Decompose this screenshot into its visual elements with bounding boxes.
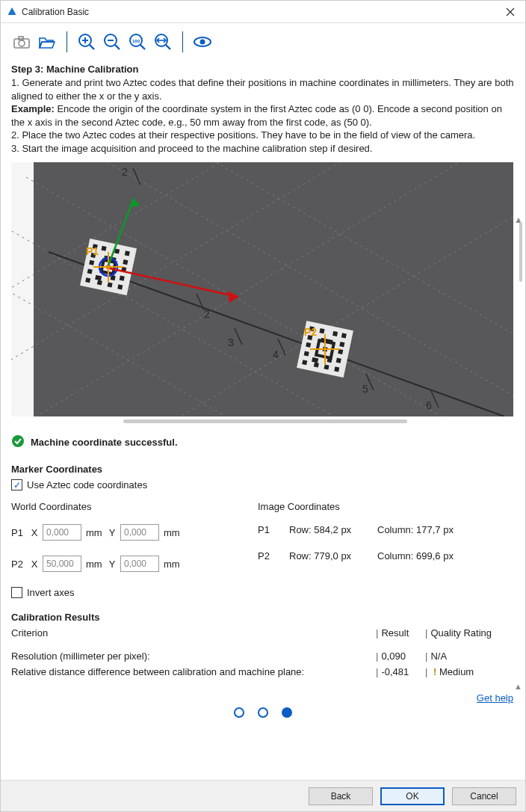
svg-point-96 (12, 435, 24, 447)
instruction-line-1: 1. Generate and print two Aztec codes th… (11, 76, 515, 102)
svg-rect-64 (108, 283, 113, 288)
p2-col-value: Column: 699,6 px (377, 550, 454, 562)
button-bar: Back OK Cancel (1, 780, 525, 811)
use-aztec-checkbox[interactable]: ✓ (11, 479, 22, 490)
toolbar-separator (182, 31, 183, 52)
eye-icon[interactable] (192, 31, 213, 52)
unit-label: mm (164, 559, 182, 570)
criterion-cell: Relative distance difference between cal… (11, 666, 376, 677)
window-title: Calibration Basic (22, 7, 500, 17)
svg-text:2: 2 (122, 166, 128, 178)
svg-text:6: 6 (426, 399, 432, 411)
example-text: Encode the origin of the coordinate syst… (11, 103, 502, 128)
svg-rect-88 (327, 357, 332, 363)
titlebar: Calibration Basic (1, 1, 525, 23)
p1-row-value: Row: 584,2 px (289, 524, 364, 535)
p1-world-row: P1 X mm Y mm (11, 524, 220, 541)
svg-text:2: 2 (204, 308, 210, 320)
results-header-result: |Result (376, 627, 425, 639)
zoom-out-icon[interactable] (102, 31, 123, 52)
svg-rect-21 (11, 162, 34, 416)
zoom-fit-icon[interactable] (152, 31, 173, 52)
quality-cell: |N/A (425, 650, 515, 662)
ok-button[interactable]: OK (380, 787, 445, 805)
step-dot-1[interactable] (234, 707, 244, 718)
p1-label: P1 (86, 245, 99, 257)
zoom-100-icon[interactable]: 100 (127, 31, 148, 52)
p1-col-value: Column: 177,7 px (377, 524, 454, 535)
svg-rect-92 (324, 365, 329, 370)
svg-point-20 (200, 40, 205, 45)
svg-rect-62 (85, 277, 90, 283)
app-icon (7, 5, 17, 18)
folder-open-icon[interactable] (37, 31, 58, 52)
svg-rect-76 (319, 328, 324, 333)
svg-line-17 (166, 45, 170, 49)
world-coords-title: World Coordinates (11, 501, 220, 512)
p1-label: P1 (11, 527, 26, 538)
camera-icon[interactable] (11, 31, 32, 52)
vertical-scrollbar[interactable] (519, 222, 522, 282)
results-table: Criterion |Result |Quality Rating Resolu… (11, 627, 515, 677)
svg-rect-93 (334, 367, 339, 372)
axis-x-label: X (31, 527, 38, 538)
use-aztec-label: Use Aztec code coordinates (27, 479, 147, 490)
p1-y-input[interactable] (120, 524, 159, 541)
step-dot-3[interactable] (282, 707, 292, 718)
svg-line-14 (140, 45, 145, 49)
unit-label: mm (86, 559, 104, 570)
content-area: Step 3: Machine Calibration 1. Generate … (1, 53, 525, 780)
toolbar: 100 (1, 23, 525, 53)
svg-line-11 (115, 45, 120, 49)
svg-text:4: 4 (273, 348, 279, 360)
p2-world-row: P2 X mm Y mm (11, 556, 220, 572)
window-close-button[interactable] (500, 1, 521, 22)
toolbar-separator (66, 31, 67, 52)
collapse-caret-icon[interactable]: ▲ (514, 682, 522, 691)
results-header-criterion: Criterion (11, 627, 376, 639)
p2-image-row: P2 Row: 779,0 px Column: 699,6 px (258, 550, 515, 562)
back-button[interactable]: Back (309, 787, 373, 805)
p1-x-input[interactable] (43, 524, 81, 541)
svg-rect-54 (123, 259, 128, 265)
results-row: Resolution (millimeter per pixel): |0,09… (11, 650, 515, 662)
success-icon (11, 434, 25, 450)
svg-rect-55 (89, 260, 94, 265)
axis-y-label: Y (108, 527, 116, 538)
svg-line-7 (90, 45, 94, 49)
example-label: Example: (11, 103, 55, 114)
p1-label: P1 (258, 524, 276, 535)
svg-rect-63 (97, 280, 102, 286)
image-viewer[interactable]: 2 1 2 3 4 5 6 (11, 162, 513, 416)
cancel-button[interactable]: Cancel (452, 787, 516, 805)
quality-cell: | ! Medium (425, 666, 515, 677)
svg-rect-61 (120, 276, 125, 281)
status-row: Machine coordinate successful. (11, 434, 515, 450)
axis-x-label: X (31, 559, 38, 570)
invert-axes-label: Invert axes (27, 587, 75, 598)
results-header-quality: |Quality Rating (425, 627, 515, 639)
result-cell: |0,090 (376, 650, 425, 662)
svg-rect-90 (302, 360, 307, 365)
marker-section-title: Marker Coordinates (11, 464, 515, 475)
p2-y-input[interactable] (120, 556, 159, 572)
svg-rect-77 (332, 331, 338, 336)
invert-axes-checkbox[interactable] (11, 587, 22, 598)
instruction-line-2: 2. Place the two Aztec codes at their re… (11, 129, 515, 142)
instructions: 1. Generate and print two Aztec codes th… (11, 76, 515, 155)
svg-rect-65 (117, 285, 123, 290)
result-cell: |-0,481 (376, 666, 425, 677)
image-coords-title: Image Coordinates (258, 501, 515, 512)
get-help-link[interactable]: Get help (477, 692, 513, 704)
step-indicator (234, 707, 292, 718)
horizontal-scrollbar[interactable] (123, 419, 407, 423)
instruction-example: Example: Encode the origin of the coordi… (11, 102, 515, 129)
step-dot-2[interactable] (258, 707, 268, 718)
svg-rect-58 (87, 269, 93, 274)
zoom-in-icon[interactable] (76, 31, 97, 52)
svg-rect-81 (339, 342, 344, 347)
svg-point-5 (19, 40, 25, 46)
status-text: Machine coordinate successful. (31, 437, 178, 448)
p2-x-input[interactable] (43, 556, 81, 572)
unit-label: mm (164, 527, 182, 538)
